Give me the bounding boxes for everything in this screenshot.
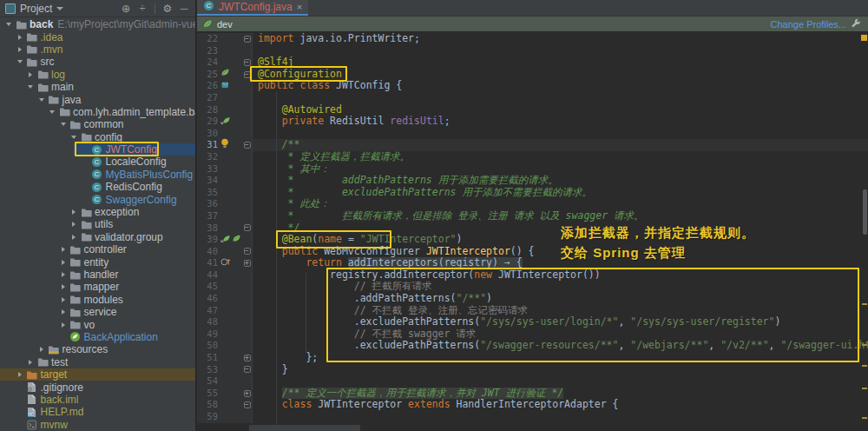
- override-gutter-icon[interactable]: [220, 256, 231, 270]
- close-icon[interactable]: ×: [297, 3, 302, 12]
- line-number[interactable]: 41: [197, 257, 218, 269]
- code-line-59[interactable]: 59: [197, 411, 868, 423]
- tree-item-resources[interactable]: resources: [0, 343, 195, 355]
- tree-item-utils[interactable]: utils: [0, 218, 195, 230]
- fold-collapse-icon[interactable]: −: [244, 401, 251, 408]
- code-line-29[interactable]: 29 private RedisUtil redisUtil;: [197, 116, 868, 128]
- line-number[interactable]: 51: [197, 352, 218, 364]
- code-line-39[interactable]: 39 @Bean(name = "JWTInterceptor"): [197, 234, 868, 246]
- autowired-leaf-gutter-icon[interactable]: [220, 234, 231, 247]
- fold-collapse-icon[interactable]: −: [244, 71, 251, 78]
- tree-item-.idea[interactable]: .idea: [0, 30, 195, 43]
- code-line-22[interactable]: 22−import java.io.PrintWriter;: [197, 33, 868, 45]
- chevron-collapsed-icon[interactable]: [69, 209, 79, 215]
- chevron-collapsed-icon[interactable]: [58, 297, 69, 302]
- code-line-37[interactable]: 37 * 拦截所有请求，但是排除 登录、注册 请求 以及 swagger 请求。: [197, 210, 868, 222]
- tree-item-test[interactable]: test: [0, 356, 195, 368]
- error-stripe-mark[interactable]: [862, 417, 867, 419]
- spring-bean-alt-gutter-icon[interactable]: [220, 80, 230, 93]
- tree-item-java[interactable]: java: [0, 93, 195, 105]
- line-number[interactable]: 31: [197, 139, 218, 151]
- code-line-46[interactable]: 46 .addPathPatterns("/**"): [197, 293, 868, 305]
- code-line-27[interactable]: 27: [197, 92, 868, 104]
- fold-expand-icon[interactable]: +: [244, 260, 251, 267]
- collapse-all-icon[interactable]: ÷: [136, 3, 148, 14]
- tree-item-RedisConfig[interactable]: CRedisConfig: [0, 181, 195, 193]
- line-number[interactable]: 55: [197, 388, 218, 400]
- code-line-32[interactable]: 32 * 定义拦截器，拦截请求。: [197, 151, 868, 163]
- code-line-38[interactable]: 38− */: [197, 222, 868, 235]
- line-number[interactable]: 38: [197, 222, 218, 235]
- chevron-collapsed-icon[interactable]: [58, 247, 69, 252]
- tree-item-validator.group[interactable]: validator.group: [0, 231, 195, 243]
- fold-expand-icon[interactable]: +: [244, 390, 251, 397]
- tree-item-com.lyh.admin_template.back[interactable]: com.lyh.admin_template.back: [0, 106, 195, 118]
- line-number[interactable]: 33: [197, 163, 218, 176]
- tree-item-modules[interactable]: modules: [0, 294, 195, 306]
- code-line-36[interactable]: 36 * 此处：: [197, 198, 868, 210]
- code-line-30[interactable]: 30: [197, 128, 868, 140]
- autowired-leaf-gutter-icon[interactable]: [220, 116, 231, 129]
- line-number[interactable]: 48: [197, 316, 218, 328]
- line-number[interactable]: 23: [197, 45, 218, 57]
- chevron-collapsed-icon[interactable]: [58, 322, 69, 328]
- chevron-collapsed-icon[interactable]: [36, 347, 47, 352]
- fold-collapse-icon[interactable]: −: [244, 248, 251, 255]
- code-line-49[interactable]: 49 // 不拦截 swagger 请求: [197, 328, 868, 341]
- code-line-34[interactable]: 34 * addPathPatterns 用于添加需要拦截的请求。: [197, 175, 868, 187]
- line-number[interactable]: 32: [197, 151, 218, 163]
- chevron-collapsed-icon[interactable]: [58, 260, 69, 265]
- wrench-icon[interactable]: [851, 17, 861, 32]
- hide-panel-icon[interactable]: ─: [178, 3, 190, 14]
- line-number[interactable]: 53: [197, 364, 218, 376]
- line-number[interactable]: 40: [197, 246, 218, 258]
- code-line-33[interactable]: 33 * 其中：: [197, 163, 868, 176]
- tree-item-MyBatisPlusConfig[interactable]: CMyBatisPlusConfig: [0, 169, 195, 181]
- tree-item-mvnw[interactable]: mvnw: [0, 419, 195, 431]
- chevron-expanded-icon[interactable]: [47, 110, 57, 114]
- line-number[interactable]: 49: [197, 328, 218, 341]
- line-number[interactable]: 27: [197, 92, 218, 104]
- fold-collapse-icon[interactable]: −: [244, 59, 251, 66]
- code-line-31[interactable]: 31− /**: [197, 139, 868, 151]
- tree-item-exception[interactable]: exception: [0, 206, 195, 218]
- code-line-23[interactable]: 23: [197, 45, 868, 57]
- error-stripe-mark[interactable]: [862, 388, 867, 389]
- tree-item-config[interactable]: config: [0, 131, 195, 143]
- tree-item-src[interactable]: src: [0, 56, 195, 68]
- tree-item-controller[interactable]: controller: [0, 243, 195, 255]
- tree-item-mapper[interactable]: mapper: [0, 281, 195, 293]
- chevron-collapsed-icon[interactable]: [58, 284, 69, 289]
- code-line-26[interactable]: 26public class JWTConfig {: [197, 80, 868, 92]
- spring-bean-gutter-icon[interactable]: [232, 234, 241, 247]
- line-number[interactable]: 46: [197, 293, 218, 305]
- gear-icon[interactable]: ⚙: [161, 3, 174, 14]
- code-line-28[interactable]: 28 @Autowired: [197, 104, 868, 116]
- line-number[interactable]: 45: [197, 281, 218, 293]
- code-line-45[interactable]: 45 // 拦截所有请求: [197, 281, 868, 293]
- code-line-51[interactable]: 51+ };: [197, 352, 868, 364]
- line-number[interactable]: 44: [197, 269, 218, 282]
- chevron-expanded-icon[interactable]: [3, 23, 14, 26]
- line-number[interactable]: 24: [197, 56, 218, 69]
- code-line-50[interactable]: 50 .excludePathPatterns("/swagger-resour…: [197, 340, 868, 352]
- change-profiles-link[interactable]: Change Profiles...: [771, 19, 846, 30]
- error-stripe-mark[interactable]: [862, 344, 867, 346]
- chevron-expanded-icon[interactable]: [36, 98, 47, 102]
- chevron-expanded-icon[interactable]: [15, 60, 25, 63]
- chevron-collapsed-icon[interactable]: [25, 72, 36, 77]
- chevron-collapsed-icon[interactable]: [15, 47, 25, 52]
- tree-item-.mvn[interactable]: .mvn: [0, 43, 195, 56]
- line-number[interactable]: 50: [197, 340, 218, 352]
- line-number[interactable]: 47: [197, 305, 218, 317]
- line-number[interactable]: 54: [197, 375, 218, 388]
- code-line-54[interactable]: 54: [197, 375, 868, 388]
- tree-item-log[interactable]: log: [0, 69, 195, 81]
- line-number[interactable]: 28: [197, 104, 218, 116]
- tree-item-HELP.md[interactable]: MDHELP.md: [0, 406, 195, 418]
- chevron-collapsed-icon[interactable]: [69, 235, 79, 240]
- code-line-40[interactable]: 40− public WebMvcConfigurer JWTIntercept…: [197, 246, 868, 258]
- line-number[interactable]: 25: [197, 69, 218, 81]
- line-number[interactable]: 39: [197, 234, 218, 246]
- error-stripe-mark[interactable]: [862, 365, 867, 367]
